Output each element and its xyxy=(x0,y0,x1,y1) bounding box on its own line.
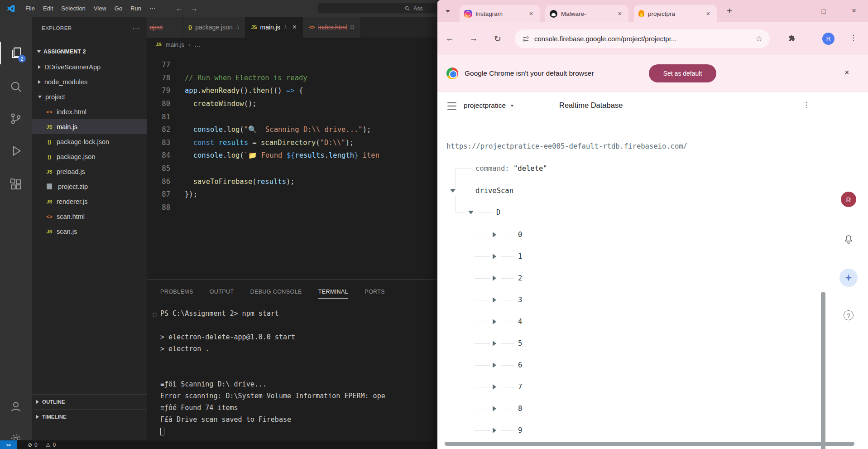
explorer-item-DDriveScannerApp[interactable]: DDriveScannerApp xyxy=(32,59,147,74)
menu-view[interactable]: View xyxy=(90,3,110,14)
help-icon[interactable]: ? xyxy=(844,310,854,320)
nav-back-icon[interactable]: ← xyxy=(176,5,182,12)
explorer-item-index.html[interactable]: <>index.html xyxy=(32,104,147,119)
tree-node-9[interactable]: 9 xyxy=(443,425,819,436)
minimize-button[interactable]: – xyxy=(784,5,796,17)
gemini-sparkle-icon[interactable] xyxy=(839,269,858,287)
menu-selection[interactable]: Selection xyxy=(57,3,89,14)
panel-tab-debug-console[interactable]: DEBUG CONSOLE xyxy=(250,285,302,299)
horizontal-scrollbar[interactable] xyxy=(445,442,854,446)
close-tab-icon[interactable]: × xyxy=(527,10,535,18)
source-control-icon[interactable] xyxy=(0,107,32,130)
menu-⋯[interactable]: ⋯ xyxy=(145,3,159,14)
browser-tab-malware-[interactable]: Malware-× xyxy=(545,5,628,22)
explorer-item-renderer.js[interactable]: JSrenderer.js xyxy=(32,194,147,209)
banner-close-icon[interactable]: × xyxy=(844,68,849,77)
firebase-account-avatar[interactable]: R xyxy=(841,192,856,207)
expand-caret-icon[interactable] xyxy=(493,319,496,324)
extensions-puzzle-icon[interactable] xyxy=(787,34,796,43)
menu-file[interactable]: File xyxy=(21,3,39,14)
explorer-item-scan.html[interactable]: <>scan.html xyxy=(32,209,147,224)
site-info-icon[interactable] xyxy=(522,35,529,43)
explorer-more-icon[interactable]: ··· xyxy=(132,24,140,32)
expand-caret-icon[interactable] xyxy=(493,406,496,411)
terminal-output[interactable]: PS C:\Assignment 2> npm start> electron-… xyxy=(160,309,436,440)
expand-caret-icon[interactable] xyxy=(493,297,496,303)
tree-node-5[interactable]: 5 xyxy=(443,338,819,349)
tree-node-7[interactable]: 7 xyxy=(443,381,819,393)
browser-forward-icon[interactable]: → xyxy=(467,32,480,45)
browser-tab-instagram[interactable]: Instagram× xyxy=(460,5,540,22)
set-as-default-button[interactable]: Set as default xyxy=(649,64,716,82)
collapse-caret-icon[interactable] xyxy=(450,189,456,193)
reload-icon[interactable]: ↻ xyxy=(491,32,504,45)
explorer-item-preload.js[interactable]: JSpreload.js xyxy=(32,164,147,179)
close-window-button[interactable]: × xyxy=(848,5,860,17)
tree-node-0[interactable]: 0 xyxy=(443,229,819,241)
menu-edit[interactable]: Edit xyxy=(39,3,57,14)
tree-node-1[interactable]: 1 xyxy=(443,251,819,262)
menu-run[interactable]: Run xyxy=(126,3,145,14)
tree-node-d[interactable]: D xyxy=(443,207,819,218)
explorer-item-package.json[interactable]: {}package.json xyxy=(32,149,147,164)
bookmark-star-icon[interactable]: ☆ xyxy=(756,34,762,43)
workspace-section[interactable]: ASSIGNMENT 2 xyxy=(32,46,147,58)
problems-status[interactable]: ⊘ 0 ⚠ 0 xyxy=(28,442,56,448)
tree-node-2[interactable]: 2 xyxy=(443,272,819,284)
editor-tab-main.js[interactable]: JSmain.js.\× xyxy=(245,17,303,38)
collapse-caret-icon[interactable] xyxy=(468,211,474,214)
explorer-item-node_modules[interactable]: node_modules xyxy=(32,74,147,89)
explorer-item-package-lock.json[interactable]: {}package-lock.json xyxy=(32,134,147,149)
close-tab-icon[interactable]: × xyxy=(704,10,712,18)
tree-node-3[interactable]: 3 xyxy=(443,294,819,306)
notifications-bell-icon[interactable] xyxy=(843,234,854,245)
code-editor[interactable]: 7778// Run when Electron is ready79app.w… xyxy=(147,51,437,279)
expand-caret-icon[interactable] xyxy=(493,384,496,390)
tree-node-drivescan[interactable]: driveScan xyxy=(443,185,819,197)
menu-go[interactable]: Go xyxy=(110,3,126,14)
vertical-scrollbar[interactable] xyxy=(821,292,825,449)
editor-tab-index.html[interactable]: <>index.htmlD xyxy=(303,17,360,38)
remote-indicator[interactable]: >< xyxy=(0,440,17,449)
browser-back-icon[interactable]: ← xyxy=(443,32,456,45)
close-tab-icon[interactable]: × xyxy=(616,10,624,18)
close-tab-icon[interactable]: × xyxy=(293,23,297,31)
explorer-icon[interactable]: 2 xyxy=(0,42,32,64)
new-tab-button[interactable]: + xyxy=(724,5,735,17)
explorer-item-project[interactable]: project xyxy=(32,89,147,104)
run-debug-icon[interactable] xyxy=(0,140,32,162)
outline-section[interactable]: OUTLINE xyxy=(32,394,147,409)
panel-tab-output[interactable]: OUTPUT xyxy=(210,285,234,299)
expand-caret-icon[interactable] xyxy=(493,428,496,433)
tab-list-chevron-icon[interactable] xyxy=(446,10,450,13)
tree-node-4[interactable]: 4 xyxy=(443,316,819,328)
explorer-item-scan.js[interactable]: JSscan.js xyxy=(32,224,147,239)
project-selector[interactable]: projectpratice xyxy=(464,101,514,110)
expand-caret-icon[interactable] xyxy=(493,362,496,368)
panel-tab-terminal[interactable]: TERMINAL xyxy=(318,285,348,299)
address-bar[interactable]: console.firebase.google.com/project/proj… xyxy=(515,29,770,48)
browser-menu-icon[interactable]: ⋮ xyxy=(849,33,857,43)
breadcrumb[interactable]: JS main.js › … xyxy=(147,38,437,51)
explorer-item-project.zip[interactable]: project.zip xyxy=(32,179,147,194)
editor-tab-oject[interactable]: oject xyxy=(147,17,182,38)
panel-tab-problems[interactable]: PROBLEMS xyxy=(160,285,193,299)
explorer-item-main.js[interactable]: JSmain.js xyxy=(32,119,147,134)
maximize-button[interactable]: □ xyxy=(817,5,830,17)
extensions-icon[interactable] xyxy=(0,173,32,196)
expand-caret-icon[interactable] xyxy=(493,341,496,346)
expand-caret-icon[interactable] xyxy=(493,232,496,237)
database-menu-icon[interactable]: ⋮ xyxy=(802,100,810,110)
panel-tab-ports[interactable]: PORTS xyxy=(364,285,385,299)
hamburger-menu-icon[interactable] xyxy=(447,102,456,110)
browser-tab-projectpra[interactable]: projectpra× xyxy=(634,5,717,22)
expand-caret-icon[interactable] xyxy=(493,275,496,281)
browser-profile-avatar[interactable]: R xyxy=(822,33,834,45)
tree-node-command[interactable]: command: "delete" xyxy=(443,163,819,174)
tree-node-6[interactable]: 6 xyxy=(443,359,819,371)
search-sidebar-icon[interactable] xyxy=(0,75,32,98)
editor-tab-package.json[interactable]: {}package.json.\ xyxy=(182,17,245,38)
account-icon[interactable] xyxy=(0,395,32,418)
nav-forward-icon[interactable]: → xyxy=(191,5,197,12)
tree-node-8[interactable]: 8 xyxy=(443,403,819,415)
